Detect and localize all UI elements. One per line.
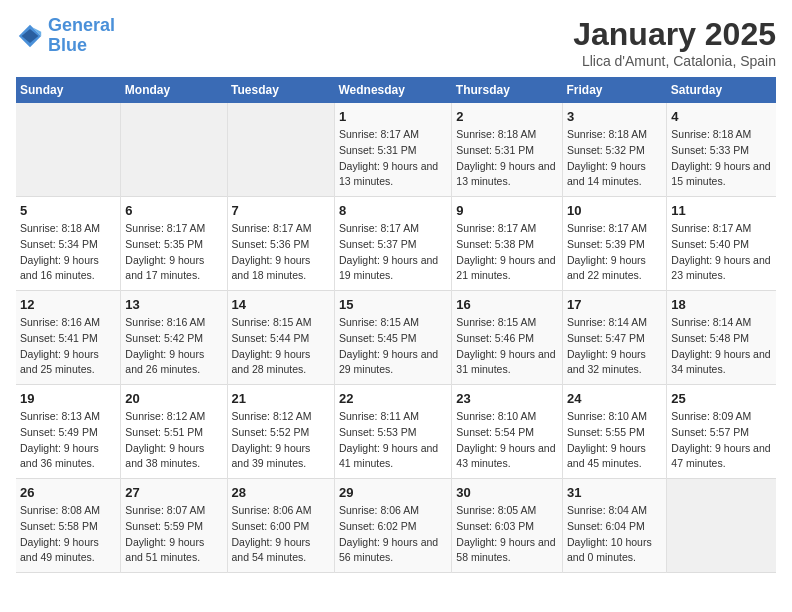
day-number: 26	[20, 485, 116, 500]
day-info: Sunrise: 8:07 AM Sunset: 5:59 PM Dayligh…	[125, 503, 222, 566]
day-cell: 28Sunrise: 8:06 AM Sunset: 6:00 PM Dayli…	[227, 479, 334, 573]
day-number: 3	[567, 109, 662, 124]
day-cell: 4Sunrise: 8:18 AM Sunset: 5:33 PM Daylig…	[667, 103, 776, 197]
week-row-3: 12Sunrise: 8:16 AM Sunset: 5:41 PM Dayli…	[16, 291, 776, 385]
day-info: Sunrise: 8:18 AM Sunset: 5:33 PM Dayligh…	[671, 127, 772, 190]
day-cell: 19Sunrise: 8:13 AM Sunset: 5:49 PM Dayli…	[16, 385, 121, 479]
day-info: Sunrise: 8:06 AM Sunset: 6:02 PM Dayligh…	[339, 503, 447, 566]
day-number: 6	[125, 203, 222, 218]
day-cell: 8Sunrise: 8:17 AM Sunset: 5:37 PM Daylig…	[334, 197, 451, 291]
day-info: Sunrise: 8:13 AM Sunset: 5:49 PM Dayligh…	[20, 409, 116, 472]
day-info: Sunrise: 8:08 AM Sunset: 5:58 PM Dayligh…	[20, 503, 116, 566]
day-number: 2	[456, 109, 558, 124]
day-cell: 23Sunrise: 8:10 AM Sunset: 5:54 PM Dayli…	[452, 385, 563, 479]
day-info: Sunrise: 8:17 AM Sunset: 5:37 PM Dayligh…	[339, 221, 447, 284]
day-info: Sunrise: 8:17 AM Sunset: 5:31 PM Dayligh…	[339, 127, 447, 190]
day-cell	[121, 103, 227, 197]
day-number: 30	[456, 485, 558, 500]
day-cell: 9Sunrise: 8:17 AM Sunset: 5:38 PM Daylig…	[452, 197, 563, 291]
day-number: 29	[339, 485, 447, 500]
day-info: Sunrise: 8:10 AM Sunset: 5:55 PM Dayligh…	[567, 409, 662, 472]
day-number: 11	[671, 203, 772, 218]
day-number: 4	[671, 109, 772, 124]
day-info: Sunrise: 8:14 AM Sunset: 5:47 PM Dayligh…	[567, 315, 662, 378]
day-info: Sunrise: 8:18 AM Sunset: 5:34 PM Dayligh…	[20, 221, 116, 284]
logo-line1: General	[48, 15, 115, 35]
day-info: Sunrise: 8:11 AM Sunset: 5:53 PM Dayligh…	[339, 409, 447, 472]
day-number: 13	[125, 297, 222, 312]
day-number: 27	[125, 485, 222, 500]
day-info: Sunrise: 8:17 AM Sunset: 5:36 PM Dayligh…	[232, 221, 330, 284]
day-info: Sunrise: 8:10 AM Sunset: 5:54 PM Dayligh…	[456, 409, 558, 472]
day-info: Sunrise: 8:06 AM Sunset: 6:00 PM Dayligh…	[232, 503, 330, 566]
day-cell: 21Sunrise: 8:12 AM Sunset: 5:52 PM Dayli…	[227, 385, 334, 479]
day-info: Sunrise: 8:05 AM Sunset: 6:03 PM Dayligh…	[456, 503, 558, 566]
day-info: Sunrise: 8:17 AM Sunset: 5:39 PM Dayligh…	[567, 221, 662, 284]
logo-line2: Blue	[48, 36, 115, 56]
day-info: Sunrise: 8:17 AM Sunset: 5:35 PM Dayligh…	[125, 221, 222, 284]
week-row-5: 26Sunrise: 8:08 AM Sunset: 5:58 PM Dayli…	[16, 479, 776, 573]
day-cell: 3Sunrise: 8:18 AM Sunset: 5:32 PM Daylig…	[563, 103, 667, 197]
day-number: 8	[339, 203, 447, 218]
day-info: Sunrise: 8:17 AM Sunset: 5:40 PM Dayligh…	[671, 221, 772, 284]
day-cell: 16Sunrise: 8:15 AM Sunset: 5:46 PM Dayli…	[452, 291, 563, 385]
day-cell: 18Sunrise: 8:14 AM Sunset: 5:48 PM Dayli…	[667, 291, 776, 385]
day-number: 9	[456, 203, 558, 218]
day-number: 19	[20, 391, 116, 406]
day-cell: 27Sunrise: 8:07 AM Sunset: 5:59 PM Dayli…	[121, 479, 227, 573]
day-number: 31	[567, 485, 662, 500]
day-info: Sunrise: 8:18 AM Sunset: 5:32 PM Dayligh…	[567, 127, 662, 190]
day-cell: 26Sunrise: 8:08 AM Sunset: 5:58 PM Dayli…	[16, 479, 121, 573]
header-row: SundayMondayTuesdayWednesdayThursdayFrid…	[16, 77, 776, 103]
day-number: 10	[567, 203, 662, 218]
page-header: General Blue January 2025 Llica d'Amunt,…	[16, 16, 776, 69]
day-number: 22	[339, 391, 447, 406]
day-cell: 29Sunrise: 8:06 AM Sunset: 6:02 PM Dayli…	[334, 479, 451, 573]
day-cell: 14Sunrise: 8:15 AM Sunset: 5:44 PM Dayli…	[227, 291, 334, 385]
day-info: Sunrise: 8:12 AM Sunset: 5:52 PM Dayligh…	[232, 409, 330, 472]
week-row-4: 19Sunrise: 8:13 AM Sunset: 5:49 PM Dayli…	[16, 385, 776, 479]
day-info: Sunrise: 8:16 AM Sunset: 5:42 PM Dayligh…	[125, 315, 222, 378]
day-header-thursday: Thursday	[452, 77, 563, 103]
day-cell: 1Sunrise: 8:17 AM Sunset: 5:31 PM Daylig…	[334, 103, 451, 197]
logo-icon	[16, 22, 44, 50]
day-number: 18	[671, 297, 772, 312]
logo: General Blue	[16, 16, 115, 56]
day-cell: 20Sunrise: 8:12 AM Sunset: 5:51 PM Dayli…	[121, 385, 227, 479]
week-row-1: 1Sunrise: 8:17 AM Sunset: 5:31 PM Daylig…	[16, 103, 776, 197]
day-cell: 31Sunrise: 8:04 AM Sunset: 6:04 PM Dayli…	[563, 479, 667, 573]
day-info: Sunrise: 8:15 AM Sunset: 5:45 PM Dayligh…	[339, 315, 447, 378]
day-cell: 13Sunrise: 8:16 AM Sunset: 5:42 PM Dayli…	[121, 291, 227, 385]
day-number: 25	[671, 391, 772, 406]
day-cell: 30Sunrise: 8:05 AM Sunset: 6:03 PM Dayli…	[452, 479, 563, 573]
day-number: 24	[567, 391, 662, 406]
day-header-sunday: Sunday	[16, 77, 121, 103]
day-number: 1	[339, 109, 447, 124]
day-cell	[227, 103, 334, 197]
day-cell: 24Sunrise: 8:10 AM Sunset: 5:55 PM Dayli…	[563, 385, 667, 479]
day-info: Sunrise: 8:14 AM Sunset: 5:48 PM Dayligh…	[671, 315, 772, 378]
day-info: Sunrise: 8:12 AM Sunset: 5:51 PM Dayligh…	[125, 409, 222, 472]
day-cell: 7Sunrise: 8:17 AM Sunset: 5:36 PM Daylig…	[227, 197, 334, 291]
day-cell: 22Sunrise: 8:11 AM Sunset: 5:53 PM Dayli…	[334, 385, 451, 479]
day-header-wednesday: Wednesday	[334, 77, 451, 103]
logo-text: General Blue	[48, 16, 115, 56]
day-number: 21	[232, 391, 330, 406]
day-cell: 2Sunrise: 8:18 AM Sunset: 5:31 PM Daylig…	[452, 103, 563, 197]
day-number: 23	[456, 391, 558, 406]
day-number: 14	[232, 297, 330, 312]
day-info: Sunrise: 8:15 AM Sunset: 5:44 PM Dayligh…	[232, 315, 330, 378]
day-cell: 11Sunrise: 8:17 AM Sunset: 5:40 PM Dayli…	[667, 197, 776, 291]
day-header-friday: Friday	[563, 77, 667, 103]
month-title: January 2025	[573, 16, 776, 53]
day-cell: 5Sunrise: 8:18 AM Sunset: 5:34 PM Daylig…	[16, 197, 121, 291]
day-number: 7	[232, 203, 330, 218]
day-info: Sunrise: 8:09 AM Sunset: 5:57 PM Dayligh…	[671, 409, 772, 472]
day-number: 12	[20, 297, 116, 312]
week-row-2: 5Sunrise: 8:18 AM Sunset: 5:34 PM Daylig…	[16, 197, 776, 291]
day-info: Sunrise: 8:16 AM Sunset: 5:41 PM Dayligh…	[20, 315, 116, 378]
day-cell: 12Sunrise: 8:16 AM Sunset: 5:41 PM Dayli…	[16, 291, 121, 385]
day-cell	[667, 479, 776, 573]
calendar-table: SundayMondayTuesdayWednesdayThursdayFrid…	[16, 77, 776, 573]
location-subtitle: Llica d'Amunt, Catalonia, Spain	[573, 53, 776, 69]
